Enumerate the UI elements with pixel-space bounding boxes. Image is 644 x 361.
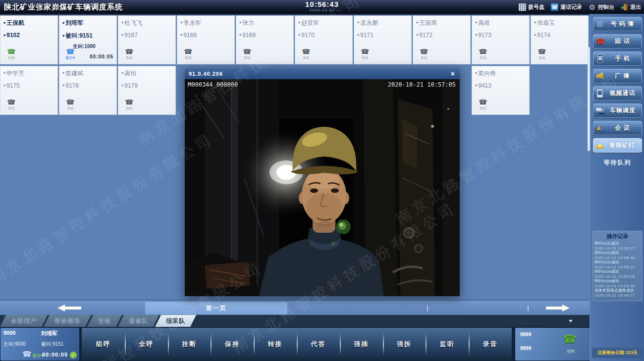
call-action-button[interactable]: 保持 [211, 328, 254, 361]
call-action-button[interactable]: 转接 [254, 328, 297, 361]
first-page-button[interactable]: 第一页 [145, 302, 287, 314]
log-time: 2020-10-21 10:49:17 [594, 293, 641, 298]
contact-status: 空闲 [4, 48, 19, 61]
call-action-button[interactable]: 全呼 [125, 328, 168, 361]
call-action-button[interactable]: 强拆 [383, 328, 426, 361]
contact-card[interactable]: 王保航9102空闲 [0, 15, 58, 64]
active-call-card[interactable]: 9000 刘培军 主叫:9000 被叫:9151 通话中 00:00:05 [0, 328, 79, 361]
console-extension-card[interactable]: 9999 9999 空闲 [515, 328, 590, 361]
contact-name: 王保航 [3, 19, 24, 27]
sidebar-video-call-label: 视频通话 [606, 89, 639, 98]
contact-card[interactable]: 栗建斌9178离线 [59, 66, 117, 115]
phonebook-icon [597, 21, 603, 28]
sidebar-video-call[interactable]: 视频通话 [593, 86, 642, 101]
contact-card[interactable]: 杜飞飞9167离线 [118, 15, 176, 64]
contact-number: 9174 [534, 32, 550, 39]
call-log-button[interactable]: 通话记录 [551, 3, 582, 11]
active-call-callee: 被叫:9151 [41, 341, 63, 348]
contact-card[interactable]: 赵亚军9170离线 [295, 15, 353, 64]
department-tab[interactable]: 通修队 [118, 315, 159, 327]
sidebar-landline-label: 固 话 [606, 37, 639, 46]
log-action: 呼叫9151成功 [594, 241, 641, 246]
call-action-button[interactable]: 录音 [469, 328, 512, 361]
department-tab[interactable]: 安检 [87, 315, 122, 327]
contact-status: 离线 [299, 48, 314, 61]
phone-status-icon [122, 99, 137, 105]
contact-number: 9173 [475, 32, 491, 39]
console-button[interactable]: 控制台 [589, 3, 614, 11]
dialpad-button-label: 拨号盘 [528, 3, 544, 11]
log-time: 2020-10-21 10:55:10 [594, 265, 641, 270]
exit-door-icon [621, 3, 628, 11]
phone-status-icon [63, 99, 78, 105]
sidebar-conference[interactable]: 会 议 [593, 121, 642, 135]
status-label: 离线 [477, 55, 489, 60]
contact-status: 离线 [358, 48, 373, 61]
scrollbar[interactable] [588, 47, 590, 151]
contact-name: 王国库 [416, 19, 437, 27]
contact-status: 离线 [122, 99, 137, 111]
status-label: 离线 [418, 55, 430, 60]
department-tab[interactable]: 全部用户 [0, 315, 48, 327]
call-log-button-label: 通话记录 [560, 3, 582, 11]
contact-card[interactable]: 孟永鹏9171离线 [354, 15, 412, 64]
call-action-button[interactable]: 代答 [297, 328, 340, 361]
contact-name: 栗向锋 [475, 69, 496, 78]
log-action: 呼叫9102成功 [594, 260, 641, 265]
status-label: 离线 [477, 106, 489, 110]
log-entry: 呼叫9104成功2020-10-21 10:54:08 [594, 269, 641, 279]
sidebar-mine-lamp[interactable]: 智能矿灯 [593, 138, 642, 153]
contact-card[interactable]: 高歧9173离线 [472, 15, 530, 64]
department-tab[interactable]: 综采队 [155, 315, 196, 327]
video-popup-title: 91.0.40.206 [189, 71, 450, 77]
close-icon[interactable]: × [450, 68, 456, 79]
log-entry: 呼叫9151成功2020-10-21 10:56:27 [594, 241, 641, 251]
tabs-dropdown-caret[interactable] [569, 320, 573, 322]
call-action-button[interactable]: 监听 [426, 328, 469, 361]
status-label: 离线 [300, 55, 313, 60]
console-status: 空闲 [567, 349, 575, 354]
log-entry: 登录更新状态服务成功2020-10-21 10:49:17 [594, 288, 641, 298]
video-popup-titlebar[interactable]: 91.0.40.206 × [185, 68, 460, 79]
prev-page-arrow[interactable] [57, 305, 83, 311]
sidebar-buttons: 号 码 簿固 话手 机广 播视频通话车辆调度会 议智能矿灯 [591, 17, 644, 153]
log-action: 呼叫9104成功 [594, 269, 641, 274]
sidebar-mobile[interactable]: 手 机 [593, 52, 642, 66]
contact-name: 杜飞飞 [121, 19, 142, 27]
sidebar: 号 码 簿固 话手 机广 播视频通话车辆调度会 议智能矿灯 等待队列 操作记录 … [591, 14, 644, 361]
dialpad-button[interactable]: 拨号盘 [519, 3, 544, 11]
sidebar-broadcast[interactable]: 广 播 [593, 69, 642, 83]
phone-status-icon [22, 350, 32, 359]
phone-status-icon [63, 48, 78, 55]
broadcast-icon [595, 72, 604, 80]
next-page-arrow[interactable] [544, 305, 570, 311]
department-tab[interactable]: 带班领导 [44, 315, 91, 327]
operation-log-title: 操作记录 [594, 233, 641, 240]
call-action-button[interactable]: 挂断 [168, 328, 211, 361]
sidebar-vehicle-dispatch[interactable]: 车辆调度 [593, 103, 642, 118]
divider [528, 306, 529, 311]
call-action-button[interactable]: 组呼 [82, 328, 125, 361]
contact-number: 9167 [121, 32, 138, 39]
exit-button[interactable]: 退出 [621, 3, 641, 11]
sidebar-landline[interactable]: 固 话 [593, 34, 642, 49]
contact-status: 离线 [476, 99, 490, 111]
sidebar-phonebook[interactable]: 号 码 簿 [593, 17, 642, 31]
sidebar-phonebook-label: 号 码 簿 [606, 20, 639, 28]
call-action-button[interactable]: 强插 [340, 328, 383, 361]
contact-card[interactable]: 张磊宝9174离线 [531, 15, 589, 64]
camera-id-overlay: M000344_000000 [188, 81, 238, 88]
landline-icon [596, 38, 604, 46]
department-tabs: 全部用户带班领导安检通修队综采队 [0, 315, 590, 327]
contact-card[interactable]: 王国库9172离线 [413, 15, 471, 64]
contact-card[interactable]: 高恒9179离线 [118, 66, 176, 115]
mobile-icon [597, 54, 603, 63]
contact-card[interactable]: 刘培军被叫:9151主叫:1000通话中00:00:05 [59, 15, 117, 64]
log-time: 2020-10-21 10:53:30 [594, 284, 641, 289]
contact-card[interactable]: 栗向锋9413离线 [472, 66, 530, 115]
operation-log-panel: 操作记录 呼叫9151成功2020-10-21 10:56:27呼叫9102成功… [592, 231, 643, 301]
phone-status-icon [535, 48, 549, 55]
contact-card[interactable]: 申学芳9175离线 [0, 66, 58, 115]
contact-card[interactable]: 张力9169离线 [236, 15, 294, 64]
contact-card[interactable]: 李永军9168离线 [177, 15, 235, 64]
